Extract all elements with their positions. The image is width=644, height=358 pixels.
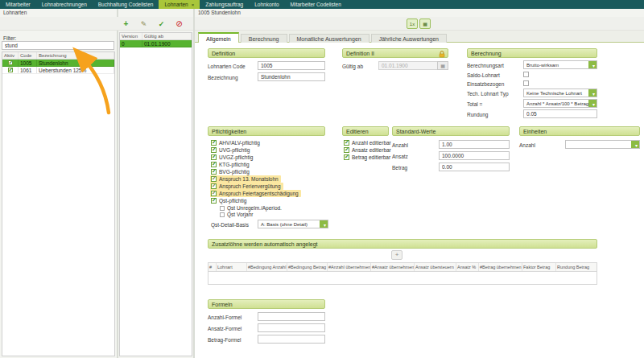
- gueltig-ab-label: Gültig ab: [342, 64, 363, 69]
- bezeichnung-field[interactable]: [258, 72, 325, 81]
- menu-item-mitarbeiter[interactable]: Mitarbeiter: [0, 0, 36, 9]
- pflicht-item[interactable]: AHV/ALV-pflichtig: [211, 139, 260, 146]
- section-standard-werte: Standard-Werte: [392, 126, 510, 136]
- section-berechnung: Berechnung: [467, 48, 597, 58]
- zcol-ansatz-prozent[interactable]: Ansatz %: [456, 263, 479, 271]
- menu-item-lohnabrechnungen[interactable]: Lohnabrechnungen: [36, 0, 93, 9]
- checkbox[interactable]: [211, 169, 217, 175]
- total-formula-select[interactable]: Anzahl * Ansatz/100 * Betrag: [523, 99, 597, 108]
- zusatz-header-row: # Lohnart #Bedingung Anzahl #Bedingung B…: [208, 263, 597, 272]
- zcol-anzahl-uebernehmen[interactable]: #Anzahl übernehmen: [328, 263, 371, 271]
- col-code[interactable]: Code: [19, 52, 37, 59]
- col-bezeichnung[interactable]: Bezeichnung: [37, 52, 114, 59]
- grid-header-row: Aktiv Code Bezeichnung: [2, 52, 114, 60]
- app-window: Mitarbeiter Lohnabrechnungen Buchhaltung…: [0, 0, 644, 358]
- zcol-ansatz-uebersteuern[interactable]: Ansatz übersteuern: [415, 263, 456, 271]
- col-gueltig-ab[interactable]: Gültig ab: [142, 33, 192, 39]
- left-panel-title: Lohnarten: [3, 10, 27, 15]
- pflicht-item[interactable]: KTG-pflichtig: [211, 161, 250, 168]
- ansatz-field[interactable]: [439, 151, 510, 160]
- lohnarten-code-field[interactable]: [258, 61, 325, 70]
- close-tab-icon[interactable]: ×: [192, 2, 195, 7]
- berechnungsart-select[interactable]: Brutto-wirksam: [523, 60, 597, 69]
- ansatz-formel-label: Ansatz-Formel: [208, 326, 242, 331]
- checkbox[interactable]: [211, 176, 217, 182]
- checkbox[interactable]: [211, 140, 217, 146]
- scale-button[interactable]: 1x: [407, 19, 418, 29]
- pflicht-item-highlighted[interactable]: Anspruch Feiertagsentschädigung: [210, 190, 301, 197]
- betrag-formel-field[interactable]: [258, 335, 325, 344]
- aktiv-checkbox[interactable]: [8, 60, 13, 65]
- add-button[interactable]: +: [120, 19, 132, 30]
- zcol-nr[interactable]: #: [208, 263, 217, 271]
- tech-lohnart-typ-select[interactable]: Keine Technische Lohnart: [523, 88, 597, 97]
- editieren-item[interactable]: Betrag editierbar: [344, 154, 390, 161]
- editieren-item[interactable]: Ansatz editierbar: [344, 146, 391, 154]
- pflicht-item-highlighted[interactable]: Anspruch 13. Monatslohn: [210, 175, 281, 183]
- checkbox[interactable]: [220, 206, 225, 211]
- version-grid: Version Gültig ab 0 01.01.1900: [119, 32, 192, 356]
- zcol-lohnart[interactable]: Lohnart: [217, 263, 247, 271]
- edit-button[interactable]: ✎: [138, 19, 150, 30]
- checkbox[interactable]: [211, 191, 217, 196]
- menu-item-lohnkonto[interactable]: Lohnkonto: [249, 0, 284, 9]
- einsatzbezogen-checkbox[interactable]: [523, 80, 529, 86]
- zcol-faktor-betrag[interactable]: Faktor Betrag: [522, 263, 556, 271]
- check-icon: ✓: [159, 21, 165, 28]
- checkbox[interactable]: [211, 183, 217, 189]
- calendar-icon: ▦: [440, 63, 445, 68]
- rundung-field[interactable]: [523, 109, 597, 118]
- saldo-lohnart-checkbox[interactable]: [523, 72, 529, 77]
- pflicht-item-sub[interactable]: Qst Vorjahr: [220, 211, 254, 218]
- pflicht-item[interactable]: BVG-pflichtig: [211, 168, 250, 175]
- einheit-anzahl-select[interactable]: [565, 140, 640, 149]
- menu-item-buchhaltung-codelisten[interactable]: Buchhaltung Codelisten: [93, 0, 159, 9]
- table-row[interactable]: 1005 Stundenlohn: [2, 60, 114, 67]
- menu-item-mitarbeiter-codelisten[interactable]: Mitarbeiter Codelisten: [285, 0, 347, 9]
- pflicht-item[interactable]: Qst-pflichtig: [211, 197, 246, 204]
- section-formeln: Formeln: [208, 299, 325, 309]
- pflicht-item[interactable]: UVG-pflichtig: [211, 146, 250, 154]
- zcol-bedingung-betrag[interactable]: #Bedingung Betrag: [287, 263, 328, 271]
- filter-input[interactable]: [2, 41, 114, 50]
- anzahl-field[interactable]: [439, 140, 510, 149]
- add-zusatzlohn-button[interactable]: +: [391, 250, 402, 260]
- ansatz-formel-field[interactable]: [258, 323, 325, 332]
- zcol-bedingung-anzahl[interactable]: #Bedingung Anzahl: [247, 263, 287, 271]
- pencil-icon: ✎: [141, 21, 147, 28]
- section-pflichtigkeiten: Pflichtigkeiten: [208, 126, 325, 136]
- pflicht-item-highlighted[interactable]: Anspruch Ferienvergütung: [210, 183, 283, 190]
- checkbox[interactable]: [211, 198, 217, 204]
- anzahl-formel-label: Anzahl-Formel: [208, 315, 242, 320]
- checkbox[interactable]: [220, 212, 225, 217]
- confirm-button[interactable]: ✓: [155, 19, 167, 30]
- cell-code: 1061: [19, 67, 37, 73]
- zcol-betrag-uebernehmen[interactable]: #Betrag übernehmen: [479, 263, 522, 271]
- checkbox[interactable]: [344, 147, 349, 153]
- aktiv-checkbox[interactable]: [8, 68, 13, 72]
- editieren-item[interactable]: Anzahl editierbar: [344, 139, 391, 146]
- betrag-field[interactable]: [439, 163, 510, 171]
- qst-detail-basis-select[interactable]: A: Basis (ohne Detail): [258, 220, 328, 228]
- cell-version: 0: [120, 40, 142, 47]
- checkbox[interactable]: [211, 162, 217, 167]
- checkbox[interactable]: [211, 154, 217, 160]
- cancel-button[interactable]: ⊘: [173, 19, 185, 30]
- col-version[interactable]: Version: [120, 33, 142, 39]
- checkbox[interactable]: [344, 140, 349, 146]
- table-row[interactable]: 1061 Ueberstunden 125%: [2, 67, 114, 74]
- menu-item-lohnarten[interactable]: Lohnarten ×: [159, 0, 200, 9]
- checkbox[interactable]: [211, 147, 217, 153]
- date-picker-button[interactable]: ▦: [437, 61, 448, 70]
- cell-aktiv: [2, 67, 19, 73]
- col-aktiv[interactable]: Aktiv: [2, 52, 19, 59]
- menu-item-zahlungsauftrag[interactable]: Zahlungsauftrag: [200, 0, 249, 9]
- checkbox[interactable]: [344, 154, 349, 160]
- table-row[interactable]: 0 01.01.1900: [120, 40, 192, 47]
- grid-view-button[interactable]: ▦: [419, 19, 431, 29]
- zcol-rundung-betrag[interactable]: Rundung Betrag: [556, 263, 597, 271]
- anzahl-formel-field[interactable]: [258, 312, 325, 321]
- ansatz-label: Ansatz: [392, 154, 408, 159]
- zcol-ansatz-uebernehmen[interactable]: #Ansatz übernehmen: [371, 263, 415, 271]
- pflicht-item[interactable]: UVGZ-pflichtig: [211, 154, 253, 161]
